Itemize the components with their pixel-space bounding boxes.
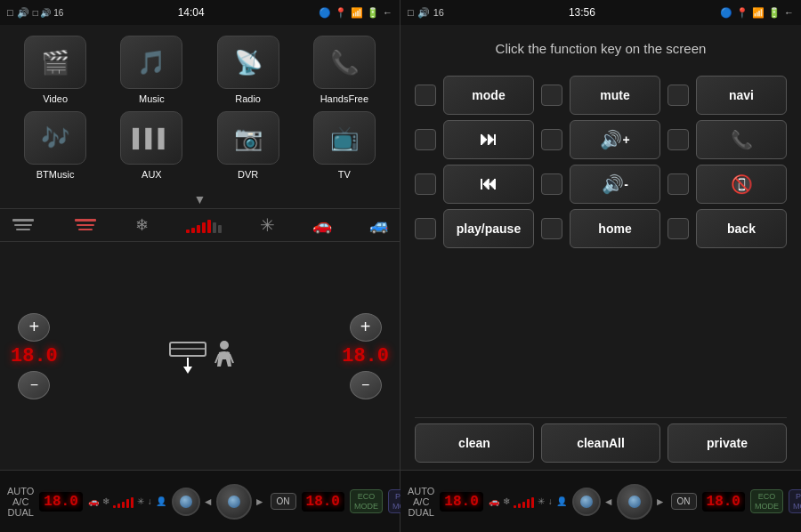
btmusic-icon: 🎶 (24, 111, 86, 165)
fan-high-icon: ✳ (260, 214, 275, 236)
left-temp-up[interactable]: + (18, 313, 50, 342)
btmusic-label: BTMusic (36, 169, 75, 180)
play-pause-button[interactable]: play/pause (443, 209, 534, 248)
app-handsfree[interactable]: 📞 HandsFree (300, 36, 389, 104)
mode-checkbox[interactable] (415, 85, 436, 106)
clean-button[interactable]: clean (415, 423, 534, 463)
right-main-knob[interactable] (617, 484, 652, 520)
airflow-display (166, 338, 235, 374)
heat-on-icon (73, 215, 98, 235)
heat-off-icon (11, 215, 36, 235)
eco-mode-badge: ECOMODE (350, 489, 383, 514)
right-temp-up[interactable]: + (350, 313, 382, 342)
vol-down-checkbox[interactable] (541, 173, 562, 195)
climate-main: + 18.0 − (0, 242, 400, 470)
clean-all-button[interactable]: cleanAll (541, 423, 660, 463)
navi-button[interactable]: navi (696, 76, 787, 115)
right-time: 13:56 (569, 6, 595, 19)
ac-label: A/C (12, 496, 28, 507)
svg-rect-5 (78, 229, 93, 230)
vol-down-button[interactable]: 🔊- (570, 165, 660, 204)
func-row-4: play/pause home back (415, 209, 787, 248)
app-btmusic[interactable]: 🎶 BTMusic (11, 111, 100, 180)
app-tv[interactable]: 📺 TV (300, 111, 389, 180)
main-knob[interactable] (216, 484, 252, 520)
func-row-1: mode mute navi (415, 76, 787, 115)
video-icon: 🎬 (24, 36, 86, 89)
app-aux[interactable]: ▌▌▌ AUX (107, 111, 196, 180)
back-icon: ← (383, 7, 392, 18)
call-answer-checkbox[interactable] (668, 129, 689, 150)
right-bottom-left-temp: 18.0 (440, 492, 482, 512)
call-end-checkbox[interactable] (668, 173, 689, 195)
svg-rect-2 (16, 229, 30, 230)
right-dual-label: DUAL (409, 507, 434, 518)
svg-rect-3 (75, 219, 96, 222)
right-bluetooth-icon: 🔵 (720, 7, 732, 19)
fan-small-icon: ❄ (102, 496, 109, 506)
right-temp-control: + 18.0 − (342, 313, 389, 399)
right-car-icon: 🚗 (489, 496, 499, 506)
private-button[interactable]: private (668, 423, 787, 463)
dvr-icon: 📷 (217, 111, 279, 165)
function-grid: mode mute navi ⏭ 🔊+ 📞 ⏮ 🔊- 📵 pl (400, 69, 801, 418)
right-volume-level: 16 (433, 7, 444, 18)
call-answer-button[interactable]: 📞 (696, 120, 787, 159)
right-window-icon: □ (408, 7, 414, 18)
fan-low-icon: ❄ (135, 215, 149, 235)
airdown-icon: ↓ (148, 496, 152, 506)
right-status-right: 🔵 📍 📶 🔋 ← (720, 7, 794, 19)
app-dvr[interactable]: 📷 DVR (204, 111, 293, 180)
bluetooth-icon: 🔵 (319, 7, 331, 19)
mode-button[interactable]: mode (443, 76, 534, 115)
left-temp-down[interactable]: − (18, 371, 50, 399)
play-pause-checkbox[interactable] (415, 218, 436, 239)
right-wifi-icon: 📶 (752, 7, 765, 19)
mute-checkbox[interactable] (541, 85, 562, 106)
right-auto-label: AUTO (408, 486, 434, 496)
call-end-button[interactable]: 📵 (696, 165, 787, 204)
prev-button[interactable]: ⏮ (443, 165, 534, 204)
svg-rect-4 (77, 224, 94, 226)
left-bottom-bar: AUTO A/C DUAL 18.0 🚗 ❄ ✳ ↓ 👤 ◄ ► ON (0, 470, 400, 532)
home-checkbox[interactable] (541, 218, 562, 239)
left-temp-display: 18.0 (11, 345, 58, 367)
right-on-button[interactable]: ON (671, 493, 697, 510)
func-row-3: ⏮ 🔊- 📵 (415, 165, 787, 204)
left-panel: □ 🔊 □ 🔊 16 14:04 🔵 📍 📶 🔋 ← 🎬 Video 🎵 Mus… (0, 0, 400, 532)
power-knob[interactable] (172, 488, 200, 516)
prev-checkbox[interactable] (415, 173, 436, 195)
navi-checkbox[interactable] (668, 85, 689, 106)
fan-level-bars (186, 217, 222, 233)
instruction-text: Click the function key on the screen (400, 25, 801, 69)
right-power-knob[interactable] (572, 488, 601, 516)
vol-up-checkbox[interactable] (541, 129, 562, 150)
app-music[interactable]: 🎵 Music (107, 36, 196, 104)
on-button[interactable]: ON (271, 493, 296, 510)
app-radio[interactable]: 📡 Radio (204, 36, 293, 104)
car-small-icon: 🚗 (88, 496, 99, 506)
vol-up-button[interactable]: 🔊+ (570, 120, 660, 159)
bottom-func-row: clean cleanAll private (400, 423, 801, 470)
left-temp-control: + 18.0 − (11, 313, 58, 399)
wifi-icon: 📶 (351, 7, 363, 19)
back-button[interactable]: back (696, 209, 787, 248)
svg-rect-0 (12, 219, 34, 222)
tv-icon: 📺 (313, 111, 376, 165)
app-video[interactable]: 🎬 Video (11, 36, 100, 104)
svg-marker-9 (183, 367, 192, 374)
next-button[interactable]: ⏭ (443, 120, 534, 159)
right-bottom-fan-bars (514, 496, 534, 508)
next-checkbox[interactable] (415, 129, 436, 150)
divider (415, 417, 787, 418)
left-status-icons: □ 🔊 □ 🔊 16 (7, 7, 63, 19)
right-temp-down[interactable]: − (350, 371, 382, 399)
mute-button[interactable]: mute (570, 76, 660, 115)
back-checkbox[interactable] (668, 218, 689, 239)
left-time: 14:04 (178, 6, 205, 19)
climate-controls-top: ❄ ✳ 🚗 🚙 (0, 208, 400, 242)
home-button[interactable]: home (570, 209, 660, 248)
bottom-left-temp: 18.0 (39, 492, 82, 512)
radio-icon: 📡 (217, 36, 279, 89)
expand-chevron[interactable]: ▼ (0, 190, 400, 208)
